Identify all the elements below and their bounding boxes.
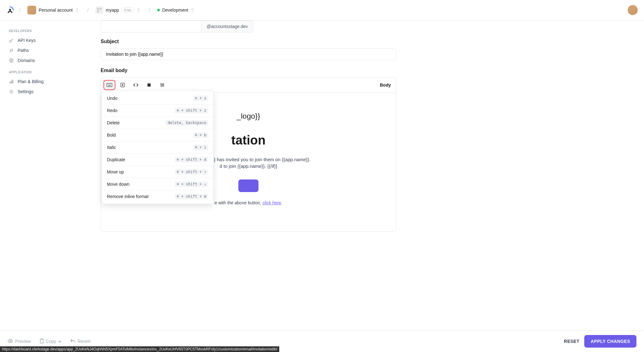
svg-rect-18 — [147, 83, 151, 87]
environment-label: Development — [162, 8, 188, 13]
sidebar: Developers API Keys Paths Domains Applic… — [0, 20, 88, 244]
breadcrumb-separator: / — [149, 7, 150, 14]
chart-icon — [9, 79, 14, 84]
app-switcher[interactable]: myapp Free — [94, 5, 144, 15]
environment-switcher[interactable]: Development — [155, 6, 198, 14]
menu-item-undo[interactable]: Undo ⌘ + z — [102, 92, 213, 105]
sidebar-item-label: Domains — [18, 58, 35, 63]
globe-icon — [9, 58, 14, 63]
email-help-prefix: e with the above button, — [214, 200, 263, 205]
chevron-updown-icon — [191, 8, 196, 13]
svg-rect-15 — [108, 85, 111, 86]
from-domain-row: @accountsstage.dev — [101, 20, 396, 32]
menu-shortcut: ⌘ + shift + d — [175, 157, 208, 162]
svg-point-0 — [9, 9, 11, 11]
sidebar-item-paths[interactable]: Paths — [6, 45, 82, 55]
menu-label: Redo — [107, 108, 117, 113]
gear-icon — [9, 89, 14, 94]
menu-shortcut: delete, backspace — [166, 120, 208, 126]
menu-label: Delete — [107, 120, 119, 125]
svg-point-20 — [162, 85, 163, 86]
menu-label: Remove inline format — [107, 194, 148, 199]
menu-item-duplicate[interactable]: Duplicate ⌘ + shift + d — [102, 154, 213, 166]
app-icon — [96, 6, 103, 14]
sidebar-item-api-keys[interactable]: API Keys — [6, 35, 82, 45]
editor-context-menu: Undo ⌘ + z Redo ⌘ + shift + z Delete del… — [102, 91, 214, 204]
menu-label: Duplicate — [107, 157, 125, 162]
subject-input[interactable] — [101, 48, 396, 60]
main-content: @accountsstage.dev Subject Email body — [88, 20, 409, 244]
from-local-input[interactable] — [101, 20, 201, 32]
svg-rect-17 — [122, 84, 123, 86]
menu-shortcut: ⌘ + shift + m — [175, 194, 208, 199]
sidebar-item-label: Plan & Billing — [18, 79, 44, 84]
sidebar-heading-developers: Developers — [9, 29, 82, 33]
svg-point-19 — [161, 84, 162, 85]
clerk-logo-icon[interactable] — [6, 6, 14, 14]
svg-rect-8 — [12, 80, 13, 83]
svg-rect-1 — [97, 8, 99, 10]
menu-shortcut: ⌘ + i — [193, 145, 208, 150]
menu-item-move-up[interactable]: Move up ⌘ + shift + ↑ — [102, 166, 213, 178]
account-switcher[interactable]: Personal account — [25, 4, 82, 16]
sidebar-item-label: API Keys — [18, 38, 36, 43]
breadcrumb: / Personal account / myapp Free / Develo… — [6, 4, 197, 16]
sidebar-item-label: Paths — [18, 48, 29, 53]
body-label: Email body — [101, 68, 396, 73]
svg-rect-6 — [9, 82, 10, 83]
menu-shortcut: ⌘ + shift + z — [175, 108, 208, 113]
menu-label: Bold — [107, 133, 116, 138]
subject-label: Subject — [101, 39, 396, 44]
chevron-updown-icon — [137, 8, 142, 13]
menu-shortcut: ⌘ + shift + ↓ — [175, 181, 208, 187]
plan-badge: Free — [121, 7, 134, 13]
svg-rect-2 — [100, 8, 102, 10]
toolbar-mode-label[interactable]: Body — [380, 82, 391, 88]
toolbar-block-button[interactable] — [143, 80, 155, 90]
sidebar-item-domains[interactable]: Domains — [6, 55, 82, 65]
sidebar-item-plan-billing[interactable]: Plan & Billing — [6, 77, 82, 87]
svg-point-12 — [108, 84, 109, 85]
breadcrumb-separator: / — [87, 7, 89, 14]
svg-rect-10 — [107, 83, 112, 87]
email-help-link[interactable]: click here — [263, 200, 281, 205]
menu-label: Move down — [107, 182, 130, 187]
environment-status-dot — [157, 9, 160, 11]
menu-shortcut: ⌘ + z — [193, 95, 208, 101]
top-bar: / Personal account / myapp Free / Develo… — [0, 0, 644, 20]
svg-rect-7 — [11, 81, 12, 83]
menu-item-italic[interactable]: Italic ⌘ + i — [102, 141, 213, 154]
user-avatar[interactable] — [628, 5, 638, 15]
sidebar-item-settings[interactable]: Settings — [6, 87, 82, 97]
key-icon — [9, 38, 14, 43]
email-help-suffix: . — [281, 200, 282, 205]
menu-item-move-down[interactable]: Move down ⌘ + shift + ↓ — [102, 178, 213, 190]
menu-item-bold[interactable]: Bold ⌘ + b — [102, 129, 213, 141]
menu-item-redo[interactable]: Redo ⌘ + shift + z — [102, 105, 213, 117]
menu-shortcut: ⌘ + b — [193, 132, 208, 138]
menu-shortcut: ⌘ + shift + ↑ — [175, 169, 208, 175]
menu-item-remove-format[interactable]: Remove inline format ⌘ + shift + m — [102, 190, 213, 202]
svg-point-13 — [109, 84, 110, 85]
account-label: Personal account — [39, 8, 73, 13]
app-name: myapp — [106, 8, 119, 13]
link-icon — [9, 48, 14, 53]
toolbar-keyboard-button[interactable] — [103, 80, 115, 90]
chevron-updown-icon — [75, 8, 80, 13]
email-cta-button[interactable] — [238, 179, 258, 192]
menu-label: Undo — [107, 96, 117, 101]
svg-point-11 — [108, 84, 108, 85]
svg-point-9 — [11, 91, 12, 93]
account-avatar — [27, 6, 36, 14]
toolbar-code-button[interactable] — [130, 80, 142, 90]
menu-item-delete[interactable]: Delete delete, backspace — [102, 117, 213, 129]
toolbar-sliders-button[interactable] — [156, 80, 168, 90]
sidebar-heading-application: Application — [9, 71, 82, 74]
svg-point-21 — [163, 84, 164, 85]
svg-point-14 — [110, 84, 111, 85]
toolbar-layout-button[interactable] — [117, 80, 129, 90]
menu-label: Move up — [107, 169, 124, 174]
breadcrumb-separator: / — [19, 7, 20, 14]
from-domain-suffix: @accountsstage.dev — [201, 20, 253, 32]
menu-label: Italic — [107, 145, 116, 150]
